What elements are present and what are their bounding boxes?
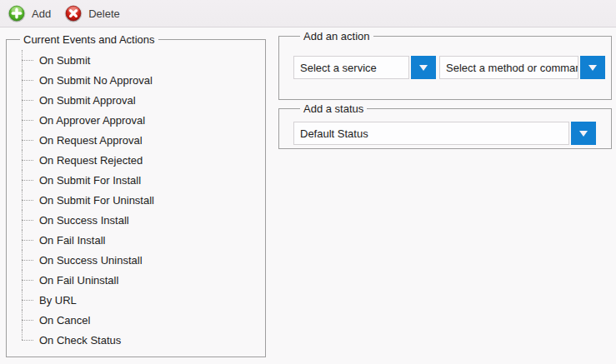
tree-item[interactable]: On Check Status (13, 330, 265, 350)
tree-item-label: On Cancel (39, 314, 90, 327)
chevron-down-icon (588, 65, 597, 71)
tree-item[interactable]: On Success Uninstall (13, 250, 265, 270)
action-groupbox: Add an action Select a service Select a … (278, 30, 612, 100)
status-groupbox: Add a status Default Status (278, 102, 612, 149)
add-icon (8, 4, 26, 22)
tree-item[interactable]: On Request Approval (13, 130, 265, 150)
tree-item[interactable]: On Fail Uninstall (13, 270, 265, 290)
tree-item-label: On Submit For Uninstall (39, 194, 154, 207)
toolbar: Add Delete (0, 0, 616, 27)
tree-item[interactable]: On Success Install (13, 210, 265, 230)
events-groupbox: Current Events and Actions On Submit On … (6, 33, 266, 357)
tree-item-label: On Request Approval (39, 134, 143, 147)
tree-item-label: On Submit No Approval (39, 74, 153, 87)
method-dropdown[interactable]: Select a method or command (436, 56, 605, 79)
add-button[interactable]: Add (1, 1, 58, 27)
status-groupbox-title: Add a status (300, 102, 367, 115)
events-tree: On Submit On Submit No Approval On Submi… (13, 50, 265, 350)
service-dropdown-value[interactable]: Select a service (293, 56, 409, 79)
tree-item[interactable]: On Fail Install (13, 230, 265, 250)
status-dropdown-value[interactable]: Default Status (293, 122, 569, 145)
tree-item-label: On Fail Install (39, 234, 105, 247)
service-dropdown[interactable]: Select a service (293, 56, 436, 79)
add-button-label: Add (32, 7, 51, 20)
tree-item-label: On Approver Approval (39, 114, 145, 127)
delete-button-label: Delete (88, 7, 120, 20)
tree-item-label: On Submit For Install (39, 174, 141, 187)
tree-item-label: On Success Install (39, 214, 129, 227)
action-groupbox-title: Add an action (300, 30, 373, 42)
tree-item-label: On Fail Uninstall (39, 274, 118, 287)
tree-item-label: On Request Rejected (39, 154, 143, 167)
tree-item[interactable]: On Submit No Approval (13, 70, 265, 90)
events-groupbox-title: Current Events and Actions (20, 33, 158, 46)
tree-item[interactable]: On Submit Approval (13, 90, 265, 110)
tree-item[interactable]: On Request Rejected (13, 150, 265, 170)
tree-item[interactable]: By URL (13, 290, 265, 310)
tree-item[interactable]: On Submit For Install (13, 170, 265, 190)
tree-item-label: On Submit Approval (39, 94, 136, 107)
tree-item[interactable]: On Submit (13, 50, 265, 70)
delete-icon (64, 4, 83, 22)
tree-item[interactable]: On Cancel (13, 310, 265, 330)
tree-item[interactable]: On Approver Approval (13, 110, 265, 130)
method-dropdown-button[interactable] (580, 56, 605, 79)
tree-item-label: On Submit (39, 54, 90, 67)
tree-item-label: On Check Status (39, 334, 121, 347)
method-dropdown-value[interactable]: Select a method or command (439, 56, 578, 79)
chevron-down-icon (579, 131, 588, 137)
tree-item-label: On Success Uninstall (39, 254, 143, 267)
service-dropdown-button[interactable] (411, 56, 436, 79)
tree-item[interactable]: On Submit For Uninstall (13, 190, 265, 210)
chevron-down-icon (419, 65, 428, 71)
status-dropdown-button[interactable] (571, 122, 596, 145)
delete-button[interactable]: Delete (58, 1, 127, 27)
tree-item-label: By URL (39, 294, 77, 307)
status-dropdown[interactable]: Default Status (293, 122, 596, 145)
